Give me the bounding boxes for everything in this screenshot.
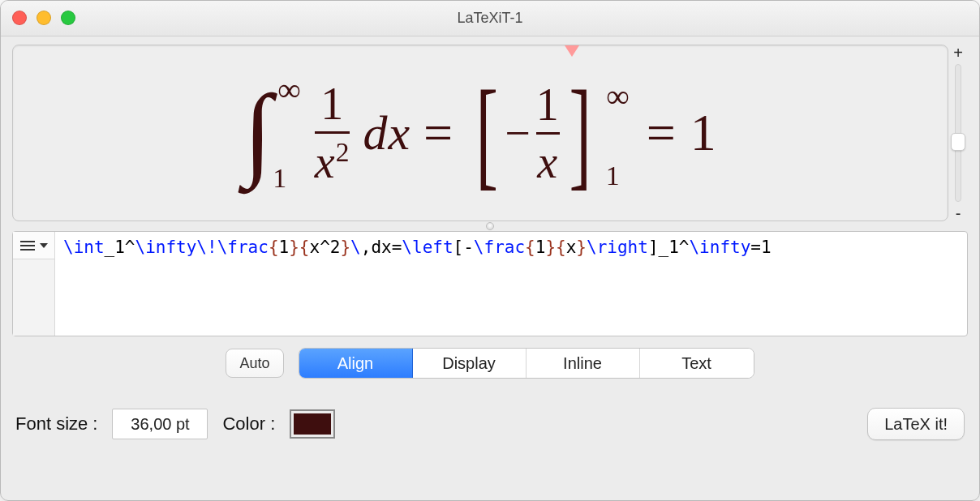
fraction-1-den: x2	[315, 139, 350, 185]
zoom-out-button[interactable]: -	[954, 205, 963, 221]
fraction-1-num: 1	[320, 81, 344, 126]
latex-editor: \int_1^\infty\!\frac{1}{x^2}\,dx=\left[-…	[12, 231, 968, 336]
font-size-input[interactable]	[112, 409, 208, 439]
list-icon	[20, 241, 35, 250]
split-divider[interactable]	[12, 221, 968, 231]
traffic-lights	[12, 11, 75, 25]
close-button[interactable]	[12, 11, 27, 25]
fraction-2: 1 x	[536, 82, 560, 185]
mode-row: Auto AlignDisplayInlineText	[12, 348, 968, 379]
code-token: }	[340, 238, 350, 257]
zoom-slider: + -	[948, 45, 968, 221]
bracket-lower-limit: 1	[606, 161, 621, 191]
zoom-track[interactable]	[955, 64, 961, 202]
differential-dx: dx	[363, 105, 410, 161]
latex-it-button[interactable]: LaTeX it!	[867, 408, 965, 440]
integral-symbol: ∫	[243, 72, 273, 191]
content-area: ∫ ∞ 1 1 x2 dx = [ −	[1, 36, 979, 452]
result-value: = 1	[647, 103, 717, 163]
baseline-marker-icon[interactable]	[565, 45, 579, 57]
zoom-in-button[interactable]: +	[952, 45, 965, 61]
integral-lower-limit: 1	[273, 165, 302, 192]
rendered-formula: ∫ ∞ 1 1 x2 dx = [ −	[243, 74, 717, 193]
minimize-button[interactable]	[37, 11, 51, 25]
zoom-knob[interactable]	[951, 133, 965, 151]
code-token: \infty\!\frac	[135, 238, 269, 257]
bracket-term: [ − 1 x ] ∞ 1	[466, 79, 601, 188]
bottom-bar: Font size : Color : LaTeX it!	[12, 408, 968, 440]
code-token: x^2	[310, 238, 341, 257]
render-preview[interactable]: ∫ ∞ 1 1 x2 dx = [ −	[12, 45, 948, 221]
code-token: {	[269, 238, 279, 257]
mode-tab-display[interactable]: Display	[413, 349, 527, 378]
bracket-upper-limit: ∞	[606, 77, 630, 115]
code-token: x	[566, 238, 577, 257]
code-token: \	[350, 238, 361, 257]
fraction-2-num: 1	[536, 82, 560, 127]
mode-tab-text[interactable]: Text	[640, 349, 754, 378]
equals-sign: =	[423, 103, 453, 163]
code-token: ]_1^	[648, 238, 690, 257]
divider-grip-icon[interactable]	[486, 222, 494, 230]
code-token: \infty	[689, 238, 750, 257]
chevron-down-icon	[40, 243, 48, 248]
window-title: LaTeXiT-1	[1, 10, 979, 27]
mode-tab-align[interactable]: Align	[299, 349, 413, 378]
fraction-1: 1 x2	[315, 81, 350, 185]
code-token: {	[299, 238, 310, 257]
fraction-2-den: x	[537, 139, 558, 185]
code-token: _1^	[105, 238, 135, 257]
code-token: =1	[750, 238, 771, 257]
code-token: {	[525, 238, 535, 257]
font-size-label: Font size :	[15, 413, 97, 435]
code-token: }	[545, 238, 556, 257]
templates-dropdown[interactable]	[13, 232, 54, 259]
code-token: ,dx=	[361, 238, 402, 257]
color-label: Color :	[222, 413, 275, 435]
code-token: \right	[587, 238, 648, 257]
mode-segmented-control: AlignDisplayInlineText	[299, 348, 754, 379]
app-window: LaTeXiT-1 ∫ ∞ 1 1 x2 dx =	[0, 0, 980, 501]
code-token: 1	[535, 238, 546, 257]
left-bracket-icon: [	[476, 79, 499, 188]
integral-upper-limit: ∞	[277, 74, 302, 106]
code-token: }	[289, 238, 299, 257]
minus-sign: −	[505, 107, 531, 159]
right-bracket-icon: ]	[569, 79, 591, 188]
code-token: \frac	[474, 238, 525, 257]
code-token: [-	[453, 238, 474, 257]
integral-limits: ∞ 1	[277, 74, 302, 192]
color-well[interactable]	[290, 409, 335, 439]
auto-button[interactable]: Auto	[226, 349, 283, 378]
code-token: 1	[279, 238, 290, 257]
color-swatch	[294, 413, 331, 435]
editor-gutter	[13, 232, 55, 336]
latex-source-input[interactable]: \int_1^\infty\!\frac{1}{x^2}\,dx=\left[-…	[55, 232, 967, 336]
code-token: {	[556, 238, 566, 257]
mode-tab-inline[interactable]: Inline	[527, 349, 640, 378]
code-token: }	[576, 238, 587, 257]
zoom-button[interactable]	[61, 11, 75, 25]
code-token: \left	[402, 238, 453, 257]
titlebar[interactable]: LaTeXiT-1	[1, 1, 979, 36]
code-token: \int	[63, 238, 105, 257]
